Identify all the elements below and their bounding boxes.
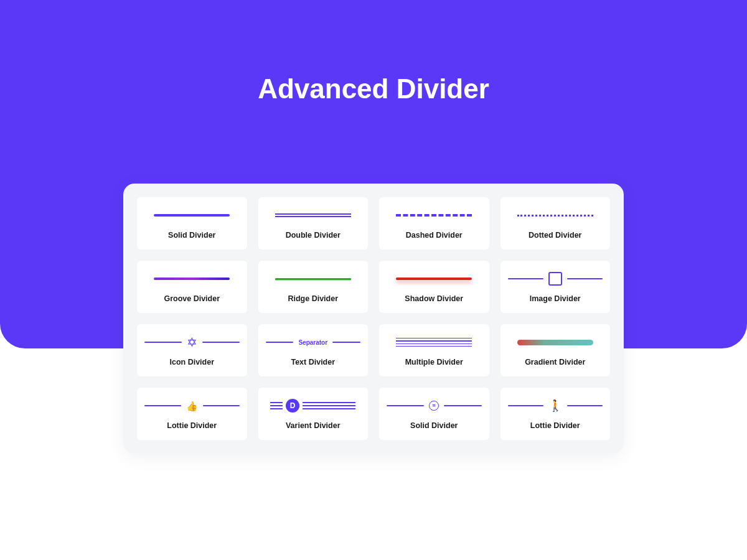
divider-side-line xyxy=(202,342,240,343)
tile-label: Varient Divider xyxy=(286,421,341,430)
tile-label: Shadow Divider xyxy=(405,294,463,303)
tile-ridge-divider[interactable]: Ridge Divider xyxy=(258,261,369,313)
divider-side-line xyxy=(567,278,603,279)
tile-gradient-divider[interactable]: Gradient Divider xyxy=(500,324,611,376)
tile-icon-divider[interactable]: ✡ Icon Divider xyxy=(137,324,247,376)
varient-wrap: D xyxy=(270,399,355,413)
divider-side-line xyxy=(332,342,360,343)
preview-dashed xyxy=(387,206,482,225)
preview-lottie-thumb: 👍 xyxy=(144,396,240,415)
divider-multiline xyxy=(396,338,472,347)
tile-solid-divider[interactable]: Solid Divider xyxy=(137,197,247,250)
divider-side-line xyxy=(203,405,240,406)
divider-side-line xyxy=(387,405,424,406)
tile-lottie-divider[interactable]: 👍 Lottie Divider xyxy=(137,388,247,440)
divider-side-line xyxy=(567,405,603,406)
divider-line-ridge xyxy=(275,278,351,280)
tile-lottie-divider-2[interactable]: 🚶 Lottie Divider xyxy=(500,388,611,440)
preview-text: Separator xyxy=(266,333,361,352)
divider-line-groove xyxy=(154,278,230,280)
tile-image-divider[interactable]: Image Divider xyxy=(500,261,611,313)
tile-dotted-divider[interactable]: Dotted Divider xyxy=(500,197,611,250)
tile-label: Double Divider xyxy=(286,231,341,240)
tile-label: Ridge Divider xyxy=(288,294,338,303)
divider-gallery-card: Solid Divider Double Divider Dashed Divi… xyxy=(123,184,624,454)
divider-grid: Solid Divider Double Divider Dashed Divi… xyxy=(137,197,610,440)
image-placeholder-icon xyxy=(548,272,562,286)
divider-side-line xyxy=(266,342,294,343)
tile-label: Gradient Divider xyxy=(525,358,585,366)
preview-multiple xyxy=(387,333,482,352)
divider-side-line xyxy=(144,342,182,343)
tile-label: Solid Divider xyxy=(410,421,458,430)
preview-groove xyxy=(144,269,240,288)
tile-label: Multiple Divider xyxy=(405,358,463,366)
divider-line-dotted xyxy=(517,215,593,217)
divider-side-line xyxy=(508,405,543,406)
tile-label: Image Divider xyxy=(530,294,581,303)
separator-text: Separator xyxy=(298,339,327,346)
tile-groove-divider[interactable]: Groove Divider xyxy=(137,261,247,313)
star-icon: ✡ xyxy=(187,336,197,348)
preview-gradient xyxy=(508,333,603,352)
tile-label: Dashed Divider xyxy=(406,231,463,240)
preview-varient: D xyxy=(266,396,361,415)
preview-double xyxy=(266,206,361,225)
preview-solid xyxy=(144,206,240,225)
tile-varient-divider[interactable]: D Varient Divider xyxy=(258,388,369,440)
preview-image xyxy=(508,269,603,288)
preview-icon: ✡ xyxy=(144,333,240,352)
d-badge-icon: D xyxy=(286,399,299,413)
thumbs-up-icon: 👍 xyxy=(186,401,198,411)
preview-dotted xyxy=(508,206,603,225)
tile-label: Text Divider xyxy=(291,358,335,366)
divider-line-shadow xyxy=(396,278,472,280)
tile-solid-divider-center[interactable]: = Solid Divider xyxy=(379,388,489,440)
divider-side-line xyxy=(444,405,481,406)
divider-line-double xyxy=(275,213,351,217)
divider-side-line xyxy=(508,278,543,279)
tile-label: Lottie Divider xyxy=(530,421,580,430)
preview-lottie-human: 🚶 xyxy=(508,396,603,415)
tile-label: Lottie Divider xyxy=(167,421,217,430)
tile-label: Groove Divider xyxy=(164,294,220,303)
varient-right-lines xyxy=(303,402,355,409)
tile-label: Solid Divider xyxy=(168,231,215,240)
tile-dashed-divider[interactable]: Dashed Divider xyxy=(379,197,489,250)
tile-label: Icon Divider xyxy=(169,358,214,366)
divider-side-line xyxy=(144,405,181,406)
tile-shadow-divider[interactable]: Shadow Divider xyxy=(379,261,489,313)
preview-ridge xyxy=(266,269,361,288)
divider-line-dashed xyxy=(396,214,472,217)
tile-double-divider[interactable]: Double Divider xyxy=(258,197,369,250)
page-title: Advanced Divider xyxy=(0,73,747,105)
equal-circle-icon: = xyxy=(429,401,439,411)
tile-multiple-divider[interactable]: Multiple Divider xyxy=(379,324,489,376)
tile-text-divider[interactable]: Separator Text Divider xyxy=(258,324,369,376)
person-walking-icon: 🚶 xyxy=(548,400,562,411)
tile-label: Dotted Divider xyxy=(529,231,581,240)
preview-shadow xyxy=(387,269,482,288)
varient-left-lines xyxy=(270,402,283,409)
divider-line-gradient xyxy=(517,340,593,345)
divider-line-solid xyxy=(154,214,230,217)
preview-solid-center: = xyxy=(387,396,482,415)
